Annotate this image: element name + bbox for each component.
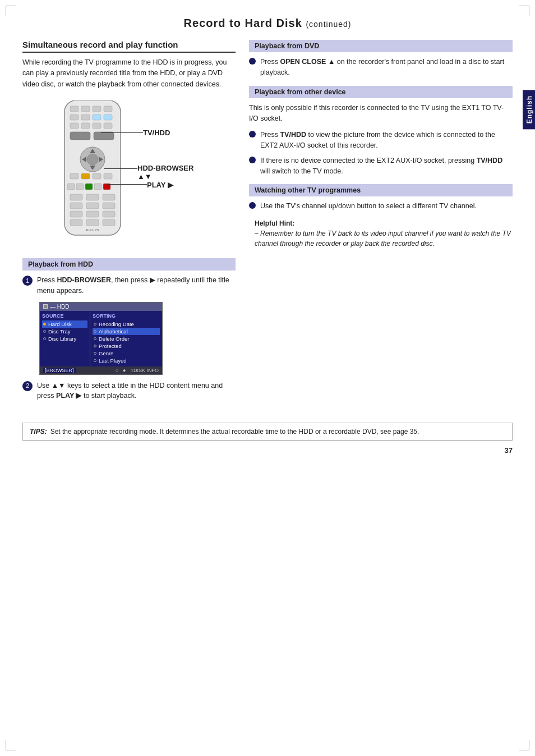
remote-area: PHILIPS TV/HDD HDD-BROWSER▲▼ PLAY ▶ (22, 98, 236, 249)
english-tab: English (523, 90, 535, 129)
main-content: Simultaneous record and play function Wh… (22, 40, 513, 406)
svg-rect-13 (70, 132, 90, 140)
page-title: Record to Hard Disk (continued) (22, 17, 513, 30)
svg-rect-30 (70, 194, 82, 200)
svg-rect-23 (93, 173, 101, 179)
dvd-bullet: Press OPEN CLOSE ▲ on the recorder's fro… (249, 57, 513, 78)
hdd-browser-label: [BROWSER] (43, 368, 76, 373)
tips-text: Set the appropriate recording mode. It d… (50, 428, 419, 436)
page-wrapper: English Record to Hard Disk (continued) … (0, 0, 535, 756)
svg-rect-22 (81, 173, 90, 179)
svg-rect-21 (70, 173, 79, 179)
step2-bold: PLAY ▶ (56, 392, 81, 400)
svg-rect-38 (103, 211, 115, 217)
tv-bullet-circle (249, 202, 256, 209)
hdd-bottombar: [BROWSER] ○ ● ○DISK INFO (40, 366, 162, 374)
left-section-body: While recording the TV programme to the … (22, 57, 236, 90)
svg-rect-36 (70, 211, 82, 217)
hdd-sorting-header: SORTING (93, 313, 160, 319)
hdd-icon-dot: ● (123, 368, 126, 373)
svg-rect-6 (81, 114, 90, 120)
watching-tv-bar: Watching other TV programmes (249, 184, 513, 196)
dvd-open-close: OPEN CLOSE (280, 58, 326, 66)
svg-rect-40 (86, 219, 99, 226)
svg-rect-9 (70, 123, 79, 129)
svg-rect-31 (86, 194, 99, 200)
svg-point-16 (87, 154, 98, 165)
other-bullet2: If there is no device connected to the E… (249, 155, 513, 177)
svg-rect-5 (70, 114, 79, 120)
helpful-hint: Helpful Hint: – Remember to turn the TV … (255, 218, 513, 249)
hdd-bottom-icons: ○ ● ○DISK INFO (116, 368, 159, 373)
svg-rect-37 (86, 211, 99, 217)
svg-rect-25 (67, 184, 75, 190)
hdd-sort-genre: Genre (93, 350, 160, 357)
svg-rect-26 (76, 184, 84, 190)
other-bullet2-text: If there is no device connected to the E… (260, 155, 513, 177)
title-continued: (continued) (306, 20, 351, 29)
play-line (107, 184, 147, 185)
label-play: PLAY ▶ (147, 181, 173, 189)
other-bullet1-circle (249, 131, 256, 138)
hdd-content: SOURCE Hard Disk Disc Tray Disc Library (40, 311, 162, 366)
svg-rect-11 (93, 123, 101, 129)
other-tvhdd2-bold: TV/HDD (477, 157, 503, 164)
hdd-sort-lastplayed: Last Played (93, 357, 160, 364)
step2-num: 2 (22, 381, 33, 391)
hdd-sort-recoding: Recoding Date (93, 320, 160, 328)
playback-other-bar: Playback from other device (249, 86, 513, 98)
svg-rect-27 (85, 184, 93, 190)
tv-bullet-text: Use the TV's channel up/down button to s… (260, 201, 477, 212)
hdd-right-panel: SORTING Recoding Date Alphabetical Delet… (90, 311, 162, 366)
playback-hdd-bar: Playback from HDD (22, 258, 236, 271)
hdd-browser-screenshot: — HDD SOURCE Hard Disk Disc Tray (39, 302, 163, 375)
hdd-icon-diskinfo: ○DISK INFO (131, 368, 159, 373)
svg-rect-41 (103, 219, 115, 226)
svg-rect-1 (70, 106, 79, 112)
label-tvhdd: TV/HDD (143, 129, 170, 137)
svg-rect-10 (81, 123, 90, 129)
svg-rect-4 (104, 106, 112, 112)
hdd-sort-delete: Delete Order (93, 335, 160, 342)
other-bullet2-circle (249, 157, 256, 163)
svg-rect-3 (93, 106, 101, 112)
other-bullet1: Press TV/HDD to view the picture from th… (249, 130, 513, 151)
dvd-bullet-text: Press OPEN CLOSE ▲ on the recorder's fro… (260, 57, 513, 78)
corner-bl (6, 740, 16, 750)
svg-rect-2 (81, 106, 90, 112)
tv-bullet: Use the TV's channel up/down button to s… (249, 201, 513, 212)
corner-tr (519, 6, 529, 16)
left-column: Simultaneous record and play function Wh… (22, 40, 236, 406)
svg-rect-14 (94, 132, 114, 140)
hint-body: – Remember to turn the TV back to its vi… (255, 228, 513, 249)
hdd-left-panel: SOURCE Hard Disk Disc Tray Disc Library (40, 311, 90, 366)
svg-rect-33 (70, 203, 82, 209)
svg-rect-39 (70, 219, 82, 226)
tips-label: TIPS: (30, 428, 47, 436)
other-bullet1-text: Press TV/HDD to view the picture from th… (260, 130, 513, 151)
corner-br (519, 740, 529, 750)
hdd-sort-protected: Protected (93, 342, 160, 350)
step1-bold: HDD-BROWSER (57, 276, 111, 284)
right-column: Playback from DVD Press OPEN CLOSE ▲ on … (249, 40, 513, 406)
hdd-sort-alpha: Alphabetical (93, 328, 160, 335)
hdd-item-disctray: Disc Tray (42, 328, 87, 335)
svg-rect-34 (86, 203, 99, 209)
hint-title: Helpful Hint: (255, 218, 513, 228)
svg-rect-7 (93, 114, 101, 120)
dvd-bullet-circle (249, 58, 256, 65)
hdd-titlebar: — HDD (40, 303, 162, 311)
playback-other-intro: This is only possible if this recorder i… (249, 103, 513, 125)
svg-rect-8 (104, 114, 112, 120)
step1-num: 1 (22, 276, 33, 286)
label-hddbrowser: HDD-BROWSER▲▼ (137, 164, 193, 181)
step2-item: 2 Use ▲▼ keys to select a title in the H… (22, 381, 236, 402)
svg-rect-12 (104, 123, 112, 129)
page-number: 37 (22, 446, 513, 455)
playback-dvd-bar: Playback from DVD (249, 40, 513, 52)
hdd-item-harddisk: Hard Disk (42, 320, 87, 328)
hdd-titlebar-text: — HDD (50, 304, 69, 310)
svg-rect-32 (103, 194, 115, 200)
title-main: Record to Hard Disk (184, 17, 302, 29)
left-section-heading: Simultaneous record and play function (22, 40, 236, 53)
